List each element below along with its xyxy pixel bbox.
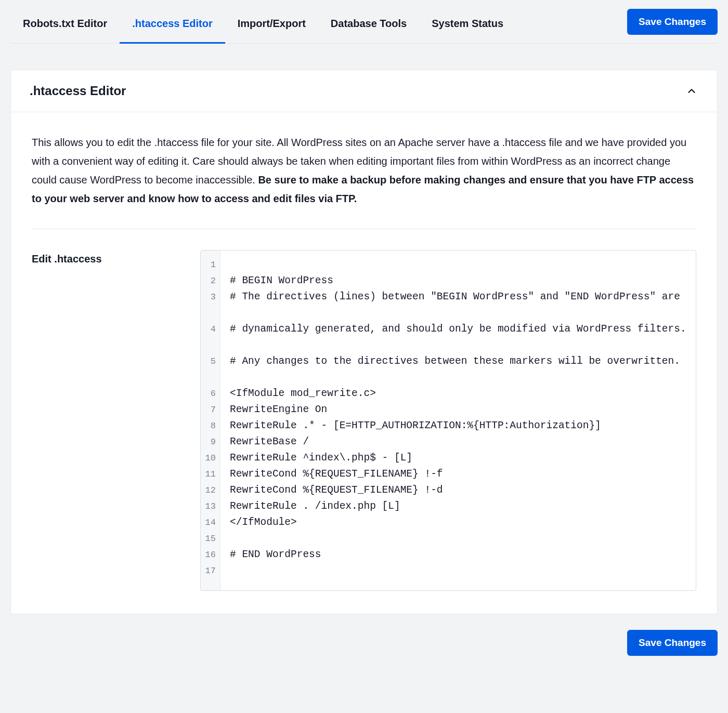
panel-header[interactable]: .htaccess Editor [11,70,717,112]
line-number: 13 [201,498,220,514]
line-number: 3 [201,289,220,321]
save-changes-button-bottom[interactable]: Save Changes [627,630,718,656]
code-line[interactable]: # The directives (lines) between "BEGIN … [230,289,688,321]
tab-database-tools[interactable]: Database Tools [318,7,419,44]
save-changes-button[interactable]: Save Changes [627,9,718,35]
line-number: 11 [201,466,220,482]
line-number: 5 [201,353,220,386]
tabs: Robots.txt Editor .htaccess Editor Impor… [10,7,516,43]
line-number: 9 [201,434,220,450]
tab-system-status[interactable]: System Status [419,7,516,44]
line-number: 17 [201,563,220,579]
code-line[interactable]: # END WordPress [230,547,688,563]
code-line[interactable]: RewriteRule . /index.php [L] [230,498,688,514]
line-number: 8 [201,418,220,434]
editor-row: Edit .htaccess 1234567891011121314151617… [32,250,696,591]
code-line[interactable]: RewriteRule ^index\.php$ - [L] [230,450,688,466]
divider [32,229,696,229]
line-number: 7 [201,402,220,418]
line-number: 4 [201,321,220,353]
code-content[interactable]: # BEGIN WordPress# The directives (lines… [220,250,696,590]
code-line[interactable] [230,257,688,273]
tab-robots-txt-editor[interactable]: Robots.txt Editor [10,7,120,44]
chevron-up-icon [685,84,698,98]
line-number: 14 [201,514,220,531]
line-number: 12 [201,482,220,498]
code-line[interactable]: <IfModule mod_rewrite.c> [230,386,688,402]
code-line[interactable]: RewriteEngine On [230,402,688,418]
panel-body: This allows you to edit the .htaccess fi… [11,112,717,614]
tab-htaccess-editor[interactable]: .htaccess Editor [120,7,225,44]
code-line[interactable] [230,531,688,547]
code-line[interactable]: RewriteRule .* - [E=HTTP_AUTHORIZATION:%… [230,418,688,434]
line-number: 15 [201,531,220,547]
line-number: 6 [201,386,220,402]
code-line[interactable]: # Any changes to the directives between … [230,353,688,386]
tab-bar: Robots.txt Editor .htaccess Editor Impor… [10,0,718,44]
code-line[interactable]: RewriteBase / [230,434,688,450]
code-line[interactable]: # BEGIN WordPress [230,273,688,289]
code-line[interactable] [230,563,688,579]
code-line[interactable]: </IfModule> [230,514,688,531]
code-line[interactable]: RewriteCond %{REQUEST_FILENAME} !-f [230,466,688,482]
line-number: 16 [201,547,220,563]
code-line[interactable]: # dynamically generated, and should only… [230,321,688,353]
edit-htaccess-label: Edit .htaccess [32,250,200,591]
line-number: 1 [201,257,220,273]
htaccess-editor-panel: .htaccess Editor This allows you to edit… [10,70,718,614]
code-line[interactable]: RewriteCond %{REQUEST_FILENAME} !-d [230,482,688,498]
footer: Save Changes [10,630,718,663]
panel-title: .htaccess Editor [30,84,126,98]
line-number: 2 [201,273,220,289]
line-number: 10 [201,450,220,466]
htaccess-code-editor[interactable]: 1234567891011121314151617 # BEGIN WordPr… [200,250,696,591]
panel-description: This allows you to edit the .htaccess fi… [32,133,696,208]
tab-import-export[interactable]: Import/Export [225,7,318,44]
line-number-gutter: 1234567891011121314151617 [201,250,220,590]
